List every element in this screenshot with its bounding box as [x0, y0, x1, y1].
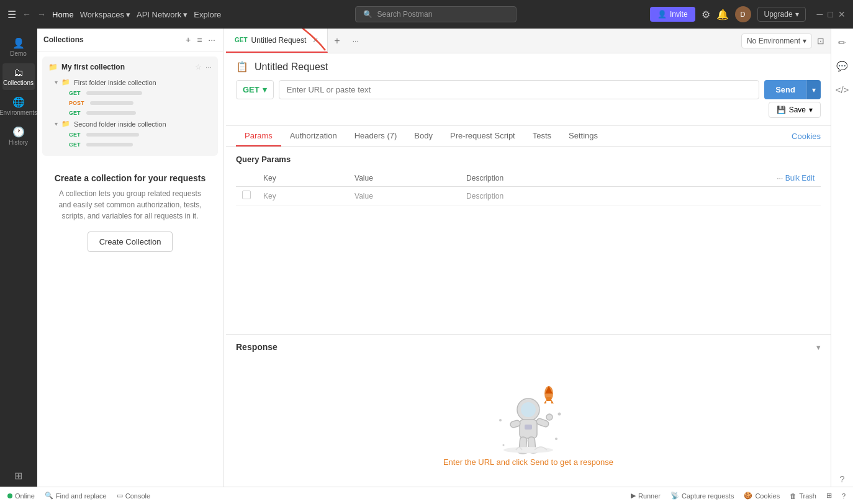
folder-row-1[interactable]: ▾ 📁 First folder inside collection [48, 76, 212, 88]
tab-body[interactable]: Body [405, 126, 441, 146]
send-dropdown-button[interactable]: ▾ [806, 80, 821, 99]
forward-button[interactable]: → [37, 9, 46, 19]
tab-authorization[interactable]: Authorization [281, 126, 346, 146]
panel-title: Collections [43, 35, 84, 44]
tab-tests[interactable]: Tests [524, 126, 560, 146]
add-collection-button[interactable]: + [184, 34, 192, 46]
environment-selector[interactable]: No Environment ▾ [741, 34, 812, 48]
collection-preview-card: 📁 My first collection ☆ ··· ▾ 📁 First fo… [42, 56, 218, 156]
upgrade-button[interactable]: Upgrade▾ [757, 7, 806, 22]
right-edit-icon[interactable]: ✏ [836, 35, 849, 51]
console-button[interactable]: ▭ Console [117, 492, 150, 500]
empty-state: Create a collection for your requests A … [42, 163, 218, 262]
trash-button[interactable]: 🗑 Trash [790, 492, 816, 500]
tab-pre-request[interactable]: Pre-request Script [441, 126, 524, 146]
star-icon[interactable]: ☆ [195, 63, 202, 71]
back-button[interactable]: ← [22, 9, 31, 19]
online-status[interactable]: Online [7, 492, 35, 500]
method-get-badge-4: GET [67, 141, 83, 148]
env-settings-icon[interactable]: ⊡ [817, 36, 824, 46]
environments-label: Environments [0, 109, 37, 116]
cookies-link[interactable]: Cookies [792, 132, 821, 141]
find-replace-button[interactable]: 🔍 Find and replace [45, 492, 107, 500]
response-section: Response ▾ [226, 334, 831, 487]
request-bar-4 [86, 133, 139, 137]
save-button[interactable]: 💾 Save ▾ [769, 102, 821, 118]
svg-rect-3 [546, 397, 551, 401]
request-panel: 新增后的接口请求页 📋 Untitled Request GET ▾ Send … [226, 53, 831, 126]
request-row-4[interactable]: GET [48, 130, 212, 140]
avatar[interactable]: D [735, 6, 751, 22]
row-checkbox[interactable] [242, 191, 251, 199]
svg-point-7 [521, 402, 536, 417]
workspaces-dropdown[interactable]: Workspaces▾ [80, 10, 130, 19]
runner-button[interactable]: ▶ Runner [631, 492, 661, 500]
svg-marker-5 [551, 400, 554, 403]
collapse-response-icon[interactable]: ▾ [816, 343, 821, 352]
value-column-header: Value [348, 170, 460, 187]
more-tabs-button[interactable]: ··· [346, 29, 365, 53]
grid-icon: ⊞ [826, 492, 832, 500]
tab-method-label: GET [235, 37, 248, 43]
notifications-button[interactable]: 🔔 [716, 9, 729, 20]
sidebar-item-environments[interactable]: 🌐 Environments [2, 92, 35, 120]
right-help-icon[interactable]: ? [837, 471, 847, 487]
add-tab-button[interactable]: + [328, 29, 346, 53]
create-collection-button[interactable]: Create Collection [88, 232, 173, 252]
method-selector[interactable]: GET ▾ [236, 80, 274, 99]
collection-more-icon[interactable]: ··· [205, 63, 212, 71]
more-options-icon[interactable]: ··· [777, 174, 783, 182]
filter-button[interactable]: ≡ [196, 34, 203, 46]
grid-icon-button[interactable]: ⊞ [826, 492, 832, 500]
sidebar-item-history[interactable]: 🕐 History [2, 122, 35, 150]
send-button[interactable]: Send [764, 80, 806, 99]
invite-button[interactable]: 👤 Invite [650, 7, 695, 22]
request-row-3[interactable]: GET [48, 108, 212, 118]
bulk-edit-button[interactable]: Bulk Edit [785, 174, 815, 182]
collections-panel: Collections + ≡ ··· 📁 My first collectio… [37, 29, 223, 487]
more-collections-button[interactable]: ··· [207, 34, 217, 46]
value-cell[interactable]: Value [348, 187, 460, 205]
find-icon: 🔍 [45, 492, 53, 500]
folder-row-2[interactable]: ▾ 📁 Second folder inside collection [48, 118, 212, 130]
close-tab-icon[interactable]: ✕ [312, 36, 318, 45]
help-button[interactable]: ? [842, 492, 846, 500]
tab-headers[interactable]: Headers (7) [346, 126, 406, 146]
svg-rect-16 [525, 425, 532, 430]
description-cell[interactable]: Description [460, 187, 639, 205]
right-code-icon[interactable]: </> [833, 82, 852, 97]
home-link[interactable]: Home [52, 10, 74, 19]
cookies-icon: 🍪 [744, 492, 752, 500]
tab-params[interactable]: Params [236, 126, 281, 146]
minimize-button[interactable]: ─ [817, 9, 823, 19]
explore-link[interactable]: Explore [194, 10, 221, 19]
search-bar[interactable]: 🔍 Search Postman [355, 6, 517, 22]
collection-tree: 📁 My first collection ☆ ··· ▾ 📁 First fo… [37, 52, 223, 487]
trash-label: Trash [799, 492, 816, 500]
request-row-2[interactable]: POST [48, 98, 212, 108]
capture-requests-button[interactable]: 📡 Capture requests [670, 492, 734, 500]
maximize-button[interactable]: □ [828, 9, 833, 19]
close-button[interactable]: ✕ [838, 9, 846, 19]
request-row-5[interactable]: GET [48, 140, 212, 150]
url-input[interactable] [279, 80, 759, 99]
sidebar-item-collections[interactable]: 🗂 Collections [2, 63, 35, 90]
sidebar-item-api-explorer[interactable]: ⊞ [2, 466, 35, 487]
astronaut-container: Enter the URL and click Send to get a re… [236, 352, 821, 479]
settings-button[interactable]: ⚙ [702, 9, 710, 20]
method-value: GET [243, 85, 260, 94]
right-comment-icon[interactable]: 💬 [834, 58, 851, 74]
tab-untitled-request[interactable]: GET Untitled Request ✕ [226, 29, 328, 53]
hamburger-icon[interactable]: ☰ [7, 9, 16, 20]
api-network-dropdown[interactable]: API Network▾ [137, 10, 187, 19]
request-row-1[interactable]: GET [48, 88, 212, 98]
collections-label: Collections [3, 79, 34, 86]
capture-label: Capture requests [682, 492, 734, 500]
cookies-status-button[interactable]: 🍪 Cookies [744, 492, 780, 500]
tab-settings[interactable]: Settings [560, 126, 607, 146]
nav-center: 🔍 Search Postman [228, 6, 643, 22]
description-placeholder: Description [466, 192, 503, 200]
folder-name-2: Second folder inside collection [74, 120, 166, 128]
cookies-status-label: Cookies [755, 492, 780, 500]
key-cell[interactable]: Key [257, 187, 348, 205]
